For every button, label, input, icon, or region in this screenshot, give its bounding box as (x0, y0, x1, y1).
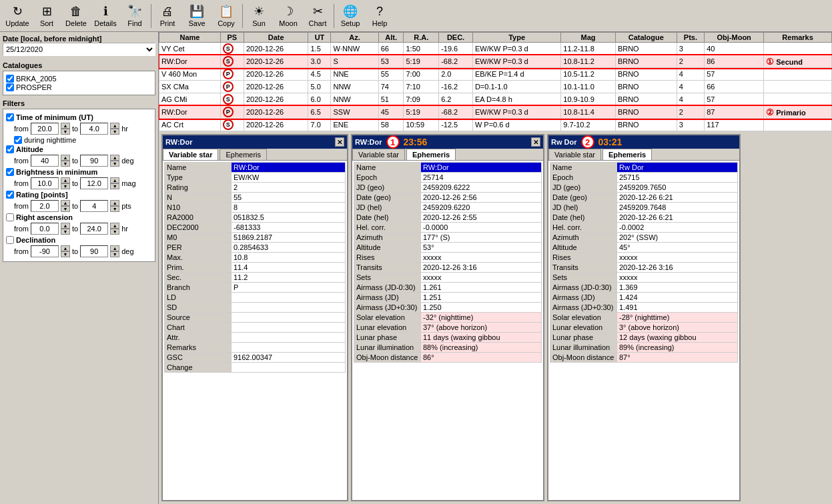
filter-ra-to-down[interactable]: ▼ (110, 229, 119, 235)
filter-ra-from[interactable] (31, 223, 59, 235)
cell-mag: 10.8-11.2 (561, 55, 616, 68)
filter-rating-from-up[interactable]: ▲ (61, 200, 70, 206)
filter-time-to-down[interactable]: ▼ (110, 129, 119, 135)
find-button[interactable]: 🔭 Find (120, 2, 149, 30)
dialog2-tab-ephemeris[interactable]: Ephemeris (406, 149, 456, 160)
sun-button[interactable]: ☀ Sun (244, 2, 274, 30)
print-button[interactable]: 🖨 Print (153, 2, 182, 30)
filter-altitude-to-up[interactable]: ▲ (110, 155, 119, 161)
filter-altitude-from-down[interactable]: ▼ (61, 161, 70, 167)
filter-rating-from-down[interactable]: ▼ (61, 206, 70, 212)
sort-icon: ⊞ (42, 4, 52, 19)
filter-ra-from-up[interactable]: ▲ (61, 223, 70, 229)
cell-mag: 10.8-11.4 (561, 106, 616, 119)
filter-time-from-down[interactable]: ▼ (61, 129, 70, 135)
prop-row: Azimuth 202° (SSW) (550, 233, 738, 243)
dialog2-close[interactable]: ✕ (531, 137, 540, 147)
prop-row: JD (geo) 2459209.6222 (354, 183, 542, 193)
help-button[interactable]: ? Help (365, 2, 394, 30)
catalogue-brka-checkbox[interactable] (6, 75, 14, 83)
filter-brightness-from-down[interactable]: ▼ (61, 183, 70, 189)
filter-rating-from[interactable] (31, 200, 59, 212)
catalogue-prosper-checkbox[interactable] (6, 83, 14, 91)
filter-brightness-to-down[interactable]: ▼ (110, 183, 119, 189)
col-ut: UT (308, 33, 331, 43)
filter-altitude-from[interactable] (31, 155, 59, 167)
filter-brightness-label: Brightness in minimum (16, 168, 97, 176)
table-row[interactable]: AG CMi S 2020-12-26 6.0 NNW 51 7:09 6.2 … (159, 93, 832, 106)
filter-rating-to-up[interactable]: ▲ (110, 200, 119, 206)
filter-dec-from[interactable] (31, 245, 59, 257)
moon-button[interactable]: ☽ Moon (274, 2, 303, 30)
filter-time-to-up[interactable]: ▲ (110, 123, 119, 129)
dialog2-tab-varstar[interactable]: Variable star (352, 149, 405, 160)
filter-dec-checkbox[interactable] (6, 236, 14, 244)
prop-row: Epoch 25714 (354, 173, 542, 183)
filter-ra-from-down[interactable]: ▼ (61, 229, 70, 235)
prop-label: DEC2000 (165, 223, 232, 233)
dialog1-tab-ephemeris[interactable]: Ephemeris (220, 149, 267, 160)
filter-dec-from-up[interactable]: ▲ (61, 245, 70, 251)
copy-button[interactable]: 📋 Copy (212, 2, 241, 30)
filter-ra-to-up[interactable]: ▲ (110, 223, 119, 229)
prop-row: Source (165, 313, 346, 323)
filter-time-checkbox[interactable] (6, 113, 14, 121)
filter-brightness-to-up[interactable]: ▲ (110, 177, 119, 183)
delete-button[interactable]: 🗑 Delete (61, 2, 91, 30)
setup-button[interactable]: 🌐 Setup (336, 2, 365, 30)
cell-remarks: ② Primario (764, 106, 832, 119)
filter-dec-to[interactable] (80, 245, 108, 257)
dialog3-tab-ephemeris[interactable]: Ephemeris (602, 149, 652, 160)
filter-brightness-to-spinners: ▲ ▼ (110, 177, 119, 189)
table-row[interactable]: RW:Dor S 2020-12-26 3.0 S 53 5:19 -68.2 … (159, 55, 832, 68)
filter-nighttime-checkbox[interactable] (14, 136, 22, 144)
filter-rating-unit: pts (121, 202, 131, 210)
filter-time-from-up[interactable]: ▲ (61, 123, 70, 129)
filter-rating-to-down[interactable]: ▼ (110, 206, 119, 212)
table-row[interactable]: V 460 Mon P 2020-12-26 4.5 NNE 55 7:00 2… (159, 68, 832, 81)
table-row[interactable]: RW:Dor P 2020-12-26 6.5 SSW 45 5:19 -68.… (159, 106, 832, 119)
filter-rating-to[interactable] (80, 200, 108, 212)
prop-label: Prim. (165, 263, 232, 273)
details-button[interactable]: ℹ Details (91, 2, 120, 30)
filter-altitude-from-up[interactable]: ▲ (61, 155, 70, 161)
filter-ra-checkbox[interactable] (6, 213, 14, 221)
filter-time-to[interactable] (80, 123, 108, 135)
filter-rating-checkbox[interactable] (6, 191, 14, 199)
filter-dec-to-up[interactable]: ▲ (110, 245, 119, 251)
dialog1-tab-varstar[interactable]: Variable star (163, 149, 218, 160)
table-row[interactable]: VY Cet S 2020-12-26 1.5 W·NNW 66 1:50 -1… (159, 43, 832, 55)
filter-dec-to-down[interactable]: ▼ (110, 251, 119, 257)
cell-name: VY Cet (159, 43, 221, 55)
filter-brightness-from-up[interactable]: ▲ (61, 177, 70, 183)
sort-button[interactable]: ⊞ Sort (32, 2, 61, 30)
filter-time-from[interactable] (31, 123, 59, 135)
filter-altitude-to-down[interactable]: ▼ (110, 161, 119, 167)
prop-row: Branch P (165, 283, 346, 293)
filter-brightness-from[interactable] (31, 177, 59, 189)
filter-dec-to-label: to (72, 247, 78, 255)
prop-row: Hel. corr. -0.0000 (354, 223, 542, 233)
filter-brightness-checkbox[interactable] (6, 168, 14, 176)
filter-rating-range: from ▲ ▼ to ▲ ▼ pts (14, 200, 152, 212)
filter-dec-from-down[interactable]: ▼ (61, 251, 70, 257)
filter-brightness-to[interactable] (80, 177, 108, 189)
cell-catalogue: BRNO (615, 81, 677, 93)
cell-alt: 51 (378, 93, 404, 106)
prop-value: 1.491 (617, 303, 738, 313)
chart-button[interactable]: ✂ Chart (303, 2, 332, 30)
filter-altitude-checkbox[interactable] (6, 145, 14, 153)
filter-altitude-to[interactable] (80, 155, 108, 167)
table-row[interactable]: SX CMa P 2020-12-26 5.0 NNW 74 7:10 -16.… (159, 81, 832, 93)
filter-ra-to[interactable] (80, 223, 108, 235)
table-row[interactable]: AC Crt S 2020-12-26 7.0 ENE 58 10:59 -12… (159, 119, 832, 131)
save-button[interactable]: 💾 Save (182, 2, 212, 30)
cell-catalogue: BRNO (615, 93, 677, 106)
update-button[interactable]: ↻ Update (3, 2, 32, 30)
dialog3-tab-varstar[interactable]: Variable star (548, 149, 601, 160)
date-select[interactable]: 25/12/2020 (3, 43, 155, 56)
cell-alt: 58 (378, 119, 404, 131)
cell-catalogue: BRNO (615, 119, 677, 131)
prop-label: Transits (354, 263, 421, 273)
dialog1-close[interactable]: ✕ (335, 137, 344, 147)
